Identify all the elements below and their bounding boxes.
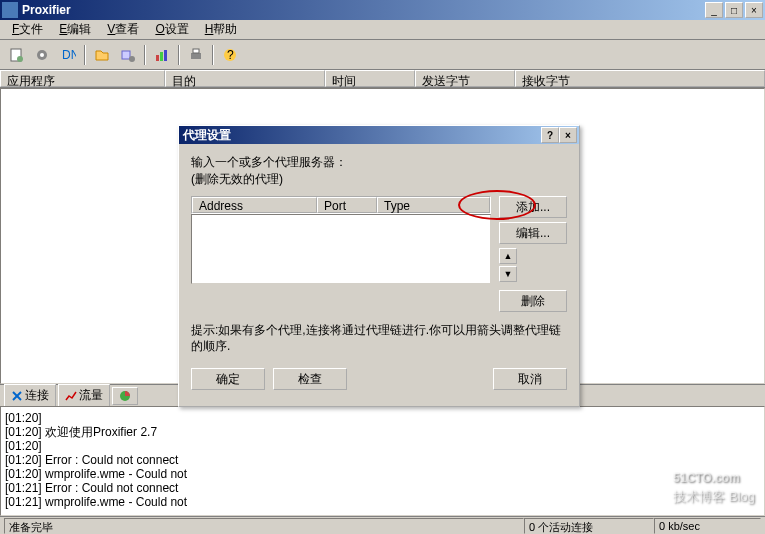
- tab-traffic[interactable]: 流量: [58, 384, 110, 407]
- menu-options[interactable]: O设置: [147, 19, 196, 40]
- tool-btn-8[interactable]: ?: [218, 43, 242, 67]
- status-ready: 准备完毕: [4, 518, 524, 534]
- watermark: 51CTO.com 技术博客 Blog: [673, 462, 755, 506]
- proxy-list-body[interactable]: [191, 214, 491, 284]
- edit-button[interactable]: 编辑...: [499, 222, 567, 244]
- menu-edit[interactable]: E编辑: [51, 19, 99, 40]
- connect-icon: [11, 390, 23, 402]
- svg-rect-8: [160, 52, 163, 61]
- separator: [212, 45, 214, 65]
- log-line: [01:20]: [5, 411, 760, 425]
- svg-point-1: [17, 56, 23, 62]
- add-button[interactable]: 添加...: [499, 196, 567, 218]
- column-headers: 应用程序 目的 时间 发送字节 接收字节: [0, 70, 765, 88]
- dns-icon: DNS: [60, 47, 76, 63]
- col-recv[interactable]: 接收字节: [515, 70, 765, 87]
- col-port[interactable]: Port: [317, 197, 377, 213]
- status-active: 0 个活动连接: [524, 518, 654, 534]
- log-line: [01:20] Error : Could not connect: [5, 453, 760, 467]
- move-up-button[interactable]: ▲: [499, 248, 517, 264]
- ok-button[interactable]: 确定: [191, 368, 265, 390]
- tool-btn-4[interactable]: [90, 43, 114, 67]
- tool-btn-1[interactable]: [4, 43, 28, 67]
- traffic-icon: [65, 390, 77, 402]
- svg-text:?: ?: [227, 48, 234, 62]
- settings-icon: [120, 47, 136, 63]
- col-sent[interactable]: 发送字节: [415, 70, 515, 87]
- title-bar: Proxifier _ □ ×: [0, 0, 765, 20]
- help-icon: ?: [222, 47, 238, 63]
- svg-rect-10: [191, 53, 201, 59]
- log-line: [01:21] Error : Could not connect: [5, 481, 760, 495]
- svg-rect-7: [156, 55, 159, 61]
- delete-button[interactable]: 删除: [499, 290, 567, 312]
- dialog-help-button[interactable]: ?: [541, 127, 559, 143]
- col-type[interactable]: Type: [377, 197, 490, 213]
- svg-point-6: [129, 56, 135, 62]
- chart-icon: [154, 47, 170, 63]
- dialog-label: 输入一个或多个代理服务器： (删除无效的代理): [191, 154, 567, 188]
- folder-icon: [94, 47, 110, 63]
- minimize-button[interactable]: _: [705, 2, 723, 18]
- document-icon: [8, 47, 24, 63]
- svg-point-3: [40, 53, 44, 57]
- toolbar: DNS ?: [0, 40, 765, 70]
- dialog-title: 代理设置: [181, 127, 541, 144]
- maximize-button[interactable]: □: [725, 2, 743, 18]
- separator: [178, 45, 180, 65]
- col-time[interactable]: 时间: [325, 70, 415, 87]
- stats-icon: [119, 390, 131, 402]
- check-button[interactable]: 检查: [273, 368, 347, 390]
- col-target[interactable]: 目的: [165, 70, 325, 87]
- tool-btn-6[interactable]: [150, 43, 174, 67]
- cancel-button[interactable]: 取消: [493, 368, 567, 390]
- window-controls: _ □ ×: [705, 2, 763, 18]
- dialog-body: 输入一个或多个代理服务器： (删除无效的代理) Address Port Typ…: [179, 144, 579, 406]
- log-line: [01:20] 欢迎使用Proxifier 2.7: [5, 425, 760, 439]
- menu-view[interactable]: V查看: [99, 19, 147, 40]
- log-line: [01:21] wmprolife.wme - Could not: [5, 495, 760, 509]
- tab-stats[interactable]: [112, 387, 138, 405]
- svg-rect-9: [164, 50, 167, 61]
- svg-rect-5: [122, 51, 130, 59]
- dialog-hint: 提示:如果有多个代理,连接将通过代理链进行.你可以用箭头调整代理链的顺序.: [191, 322, 567, 354]
- separator: [144, 45, 146, 65]
- gear-icon: [34, 47, 50, 63]
- svg-rect-11: [193, 49, 199, 53]
- window-title: Proxifier: [22, 3, 705, 17]
- tool-btn-5[interactable]: [116, 43, 140, 67]
- tool-btn-7[interactable]: [184, 43, 208, 67]
- col-address[interactable]: Address: [192, 197, 317, 213]
- dialog-close-button[interactable]: ×: [559, 127, 577, 143]
- proxy-list: Address Port Type: [191, 196, 491, 312]
- log-panel[interactable]: [01:20] [01:20] 欢迎使用Proxifier 2.7 [01:20…: [0, 406, 765, 516]
- log-line: [01:20] wmprolife.wme - Could not: [5, 467, 760, 481]
- dialog-title-bar: 代理设置 ? ×: [179, 126, 579, 144]
- app-icon: [2, 2, 18, 18]
- log-line: [01:20]: [5, 439, 760, 453]
- close-button[interactable]: ×: [745, 2, 763, 18]
- status-bar: 准备完毕 0 个活动连接 0 kb/sec: [0, 516, 765, 534]
- menu-file[interactable]: F文件: [4, 19, 51, 40]
- tab-connections[interactable]: 连接: [4, 384, 56, 407]
- menu-help[interactable]: H帮助: [197, 19, 246, 40]
- tool-btn-2[interactable]: [30, 43, 54, 67]
- print-icon: [188, 47, 204, 63]
- svg-text:DNS: DNS: [62, 48, 76, 62]
- separator: [84, 45, 86, 65]
- tool-btn-3[interactable]: DNS: [56, 43, 80, 67]
- menu-bar: F文件 E编辑 V查看 O设置 H帮助: [0, 20, 765, 40]
- move-down-button[interactable]: ▼: [499, 266, 517, 282]
- col-app[interactable]: 应用程序: [0, 70, 165, 87]
- proxy-settings-dialog: 代理设置 ? × 输入一个或多个代理服务器： (删除无效的代理) Address…: [178, 125, 580, 407]
- status-speed: 0 kb/sec: [654, 518, 761, 534]
